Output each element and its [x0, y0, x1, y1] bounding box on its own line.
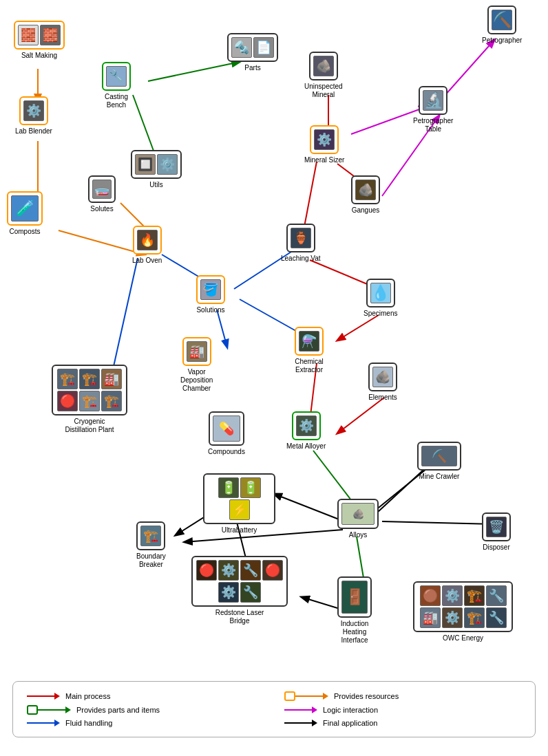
induction-icon: 🚪	[341, 581, 368, 614]
uninspected-mineral-box: 🪨	[309, 52, 338, 80]
svg-line-23	[337, 398, 384, 433]
ultrabattery-icon1: 🔋	[218, 477, 239, 498]
chemical-extractor-box: ⚗️	[295, 327, 324, 356]
salt-making-icon2: 🧱	[40, 25, 61, 45]
uninspected-mineral-node: 🪨 UninspectedMineral	[304, 52, 343, 99]
rlb-icon3: 🔧	[240, 560, 261, 581]
elements-node: 🪨 Elements	[368, 363, 397, 402]
legend-provides-resources: Provides resources	[284, 691, 521, 701]
owc-icon6: ⚙️	[442, 607, 463, 628]
rlb-icon2: ⚙️	[218, 560, 239, 581]
salt-making-icon1: 🧱	[18, 25, 39, 45]
casting-bench-box: 🔧	[102, 62, 131, 91]
legend-provides-parts: Provides parts and items	[27, 705, 264, 715]
redstone-laser-node: 🔴 ⚙️ 🔧 🔴 ⚙️ 🔧 Redstone Laser Bridge	[191, 556, 288, 625]
petrographer-table-node: 🔬 PetrographerTable	[413, 86, 453, 133]
petrographer-label: Petrographer	[482, 36, 522, 45]
leaching-vat-node: 🏺 Leaching Vat	[281, 224, 321, 263]
svg-line-13	[217, 310, 227, 347]
casting-bench-node: 🔧 CastingBench	[102, 62, 131, 109]
lab-oven-icon: 🔥	[137, 230, 158, 250]
cryo-icon6: 🏗️	[101, 391, 122, 411]
diagram-container: 🧱 🧱 Salt Making ⚙️ Lab Blender 🧪 Compost…	[0, 0, 548, 674]
disposer-box: 🗑️	[482, 512, 511, 541]
alloys-node: 🪨 Alloys	[337, 499, 379, 539]
leaching-vat-label: Leaching Vat	[281, 255, 321, 263]
legend-arrow-green	[27, 705, 71, 715]
elements-icon: 🪨	[372, 367, 393, 387]
mine-crawler-label: Mine Crawler	[419, 473, 460, 481]
gangues-node: 🪨 Gangues	[351, 175, 380, 215]
metal-alloyer-icon: ⚙️	[296, 415, 317, 436]
compounds-icon: 💊	[213, 415, 240, 442]
green-arrow-line	[38, 709, 65, 711]
leaching-vat-box: 🏺	[286, 224, 315, 252]
mine-crawler-box: ⛏️	[417, 442, 461, 471]
red-arrow-head	[54, 693, 60, 700]
lab-blender-icon: ⚙️	[23, 100, 44, 121]
orange-arrow-head	[323, 693, 328, 700]
casting-bench-icon: 🔧	[106, 66, 127, 87]
svg-line-25	[274, 494, 344, 521]
metal-alloyer-node: ⚙️ Metal Alloyer	[286, 411, 326, 451]
parts-icon1: 🔩	[231, 37, 252, 58]
legend: Main process Provides resources Provides…	[12, 681, 536, 737]
legend-arrow-blue	[27, 720, 60, 726]
lab-blender-label: Lab Blender	[15, 127, 52, 136]
magenta-arrow-head	[312, 706, 317, 713]
petrographer-table-label: PetrographerTable	[413, 117, 453, 133]
disposer-label: Disposer	[483, 543, 509, 552]
petrographer-node: ⛏️ Petrographer	[482, 6, 522, 45]
owc-energy-label: OWC Energy	[443, 634, 483, 642]
chemical-extractor-label: ChemicalExtractor	[295, 358, 324, 374]
cryogenic-label: CryogenicDistillation Plant	[65, 418, 114, 434]
legend-arrow-magenta	[284, 706, 317, 713]
vapor-deposition-box: 🏭	[182, 337, 211, 366]
utils-label: Utils	[149, 181, 162, 189]
parts-node: 🔩 📄 Parts	[227, 33, 278, 72]
legend-main-process-label: Main process	[65, 692, 110, 700]
ultrabattery-icon2: 🔋	[240, 477, 261, 498]
induction-heating-node: 🚪 InductionHeatingInterface	[337, 576, 372, 645]
disposer-node: 🗑️ Disposer	[482, 512, 511, 552]
disposer-icon: 🗑️	[486, 517, 507, 537]
legend-orange-arrow	[284, 691, 328, 701]
owc-icon1: 🟤	[420, 585, 441, 606]
solutes-box: 🧫	[88, 175, 116, 203]
vapor-deposition-label: VaporDepositionChamber	[180, 368, 213, 393]
parts-label: Parts	[244, 64, 260, 72]
ultrabattery-label: Ultrabattery	[222, 526, 257, 534]
ultrabattery-node: 🔋 🔋 ⚡ Ultrabattery	[203, 473, 275, 534]
composts-node: 🧪 Composts	[7, 191, 43, 236]
alloys-icon: 🪨	[341, 503, 375, 525]
owc-energy-box: 🟤 ⚙️ 🏗️ 🔧 🏭 ⚙️ 🏗️ 🔧	[413, 581, 513, 632]
specimens-box: 💧	[366, 279, 395, 307]
owc-icon2: ⚙️	[442, 585, 463, 606]
petrographer-table-icon: 🔬	[423, 90, 443, 111]
lab-blender-node: ⚙️ Lab Blender	[15, 96, 52, 136]
petrographer-table-box: 🔬	[419, 86, 447, 115]
salt-making-node: 🧱 🧱 Salt Making	[14, 21, 65, 60]
composts-label: Composts	[9, 228, 40, 236]
mineral-sizer-icon: ⚙️	[314, 129, 335, 150]
composts-icon: 🧪	[11, 195, 39, 222]
mineral-sizer-box: ⚙️	[310, 125, 339, 154]
red-arrow-line	[27, 695, 54, 697]
solutes-icon: 🧫	[92, 180, 112, 199]
compounds-label: Compounds	[208, 448, 245, 456]
cryogenic-node: 🏗️ 🏗️ 🏭 🔴 🏗️ 🏗️ CryogenicDistillation Pl…	[52, 365, 127, 434]
legend-logic-interaction: Logic interaction	[284, 705, 521, 715]
alloys-label: Alloys	[349, 531, 368, 539]
black-arrow-line	[284, 722, 312, 724]
rlb-icon6: 🔧	[240, 582, 261, 603]
redstone-laser-label: Redstone Laser Bridge	[209, 609, 271, 625]
lab-oven-label: Lab Oven	[132, 257, 162, 265]
legend-provides-parts-label: Provides parts and items	[76, 706, 160, 714]
owc-icon8: 🔧	[486, 607, 507, 628]
parts-box: 🔩 📄	[227, 33, 278, 62]
solutes-node: 🧫 Solutes	[88, 175, 116, 213]
boundary-breaker-icon: 🏗️	[140, 526, 161, 546]
lab-oven-node: 🔥 Lab Oven	[132, 226, 162, 265]
chemical-extractor-icon: ⚗️	[299, 331, 319, 352]
owc-icon3: 🏗️	[464, 585, 485, 606]
